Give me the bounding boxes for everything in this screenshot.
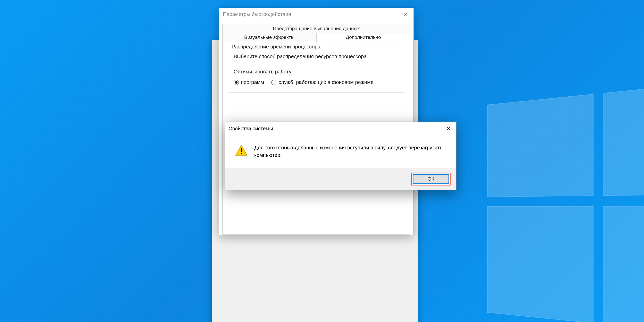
tab-advanced[interactable]: Дополнительно: [316, 33, 410, 42]
svg-rect-5: [241, 148, 242, 152]
close-icon: [404, 12, 408, 16]
group-legend: Распределение времени процессора: [230, 44, 322, 50]
radio-icon: [234, 80, 239, 85]
msgbox-body: Для того чтобы сделанные изменения вступ…: [225, 135, 456, 168]
radio-background-services[interactable]: служб, работающих в фоновом режиме: [271, 79, 374, 85]
perf-dialog-titlebar[interactable]: Параметры быстродействия: [219, 8, 413, 21]
radio-icon: [271, 80, 276, 85]
ok-button-highlight: ОК: [411, 173, 451, 185]
warning-icon: [235, 144, 248, 156]
msgbox-close-button[interactable]: [441, 122, 456, 135]
msgbox-title: Свойства системы: [228, 126, 273, 132]
tab-visual-effects[interactable]: Визуальные эффекты: [222, 33, 316, 42]
radio-group: программ служб, работающих в фоновом реж…: [234, 79, 399, 85]
svg-rect-6: [241, 153, 242, 154]
radio-programs-label: программ: [241, 79, 264, 85]
msgbox-titlebar[interactable]: Свойства системы: [225, 122, 456, 135]
close-icon: [446, 126, 451, 131]
system-properties-messagebox: Свойства системы Для того чтобы сделанны…: [225, 122, 456, 190]
performance-options-dialog: Параметры быстродействия Предотвращение …: [219, 8, 414, 235]
windows-logo-background: [487, 78, 644, 322]
radio-programs[interactable]: программ: [234, 79, 264, 85]
tab-dep[interactable]: Предотвращение выполнения данных: [222, 24, 410, 33]
group-description: Выберите способ распределения ресурсов п…: [234, 54, 399, 60]
radio-services-label: служб, работающих в фоновом режиме: [278, 79, 374, 85]
processor-scheduling-group: Распределение времени процессора Выберит…: [228, 47, 405, 93]
perf-dialog-title: Параметры быстродействия: [223, 11, 291, 17]
msgbox-message: Для того чтобы сделанные изменения вступ…: [254, 144, 446, 159]
msgbox-footer: ОК: [225, 168, 456, 190]
perf-dialog-close-button[interactable]: [398, 8, 413, 21]
ok-button[interactable]: ОК: [413, 174, 449, 184]
optimize-label: Оптимизировать работу:: [234, 69, 399, 75]
